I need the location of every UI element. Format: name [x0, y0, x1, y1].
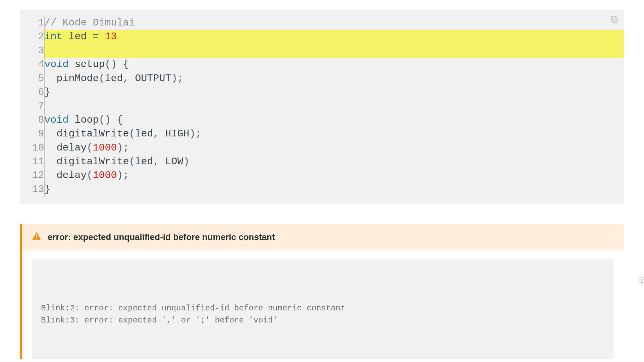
line-content: delay(1000); [44, 169, 624, 182]
line-number: 13 [20, 183, 44, 196]
line-content: } [44, 85, 624, 99]
line-content: // Kode Dimulai [44, 16, 624, 30]
line-content [44, 99, 624, 113]
line-content: void loop() { [44, 113, 624, 127]
line-number: 2 [20, 30, 44, 44]
line-number: 4 [20, 58, 44, 71]
code-line: 3 [20, 44, 624, 58]
line-content: } [44, 183, 624, 196]
code-line: 7 [20, 99, 624, 113]
code-line: 4void setup() { [20, 58, 624, 71]
code-line: 8void loop() { [20, 113, 624, 127]
line-number: 5 [20, 72, 44, 85]
code-line: 12 delay(1000); [20, 169, 624, 182]
copy-code-button[interactable] [610, 15, 619, 24]
error-title: error: expected unqualified-id before nu… [48, 232, 275, 242]
line-number: 12 [20, 169, 44, 182]
line-number: 9 [20, 127, 44, 141]
code-line: 5 pinMode(led, OUTPUT); [20, 72, 624, 85]
line-content [44, 44, 624, 58]
code-line: 6} [20, 85, 624, 99]
svg-rect-2 [36, 235, 37, 237]
line-content: digitalWrite(led, HIGH); [44, 127, 624, 141]
code-block: 1// Kode Dimulai2int led = 133 4void set… [20, 10, 624, 204]
error-line: Blink:3: error: expected ',' or ';' befo… [41, 314, 605, 326]
line-number: 10 [20, 141, 44, 155]
error-body-wrap: Blink:2: error: expected unqualified-id … [22, 250, 624, 359]
code-line: 11 digitalWrite(led, LOW) [20, 155, 624, 169]
svg-rect-0 [613, 18, 618, 22]
line-number: 11 [20, 155, 44, 169]
line-number: 7 [20, 99, 44, 113]
warning-icon [32, 231, 42, 243]
error-header: error: expected unqualified-id before nu… [22, 224, 624, 250]
line-number: 3 [20, 44, 44, 58]
line-content: pinMode(led, OUTPUT); [44, 72, 624, 85]
code-line: 10 delay(1000); [20, 141, 624, 155]
code-table: 1// Kode Dimulai2int led = 133 4void set… [20, 16, 624, 196]
svg-rect-1 [611, 16, 616, 21]
line-content: int led = 13 [44, 30, 624, 44]
error-panel: error: expected unqualified-id before nu… [20, 224, 624, 359]
line-content: delay(1000); [44, 141, 624, 155]
svg-rect-4 [642, 279, 644, 284]
svg-rect-5 [640, 278, 644, 283]
line-number: 8 [20, 113, 44, 127]
line-content: void setup() { [44, 58, 624, 71]
error-line: Blink:2: error: expected unqualified-id … [41, 302, 605, 314]
copy-error-button[interactable] [600, 264, 609, 274]
svg-rect-3 [36, 238, 37, 239]
line-number: 1 [20, 16, 44, 30]
code-line: 1// Kode Dimulai [20, 16, 624, 30]
code-line: 2int led = 13 [20, 30, 624, 44]
code-line: 9 digitalWrite(led, HIGH); [20, 127, 624, 141]
error-body: Blink:2: error: expected unqualified-id … [32, 259, 614, 359]
code-line: 13} [20, 183, 624, 196]
line-number: 6 [20, 85, 44, 99]
line-content: digitalWrite(led, LOW) [44, 155, 624, 169]
